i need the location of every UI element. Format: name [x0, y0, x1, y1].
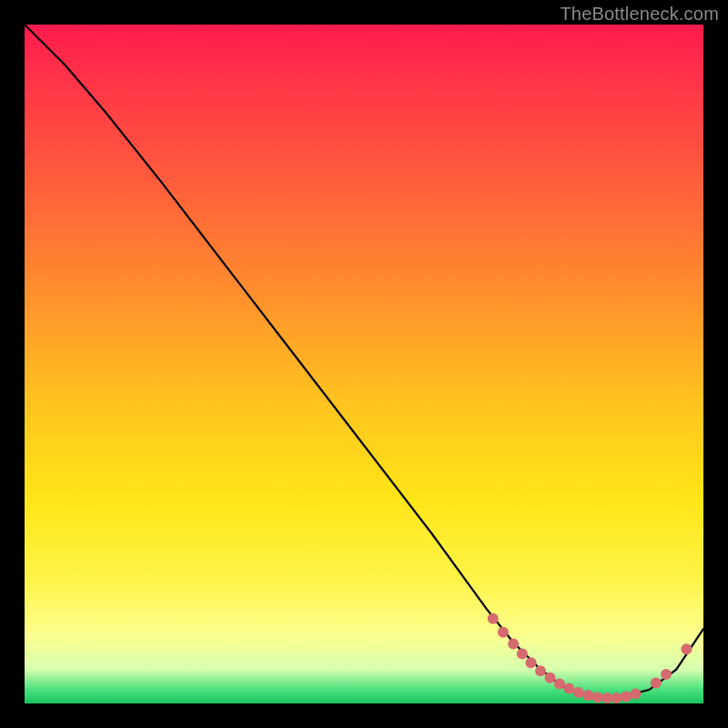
marker-dot — [651, 678, 662, 689]
marker-dot — [488, 613, 499, 624]
marker-dot — [612, 693, 622, 703]
marker-dot — [661, 669, 672, 680]
marker-dot — [554, 678, 565, 689]
marker-dot — [526, 657, 537, 668]
marker-dot — [573, 687, 584, 698]
marker-dot — [508, 638, 519, 649]
marker-dot — [535, 665, 546, 676]
marker-dot — [563, 683, 574, 694]
marker-dot — [681, 643, 692, 654]
watermark-text: TheBottleneck.com — [560, 4, 719, 25]
chart-stage: TheBottleneck.com — [0, 0, 728, 728]
marker-dot — [592, 692, 603, 703]
marker-dot — [602, 693, 612, 703]
marker-dot — [621, 692, 632, 703]
marker-dot — [544, 672, 555, 683]
marker-dot — [517, 649, 528, 660]
plot-area — [25, 25, 703, 703]
marker-dot — [498, 627, 509, 638]
marker-dot — [630, 689, 641, 700]
chart-svg — [25, 25, 703, 703]
marker-dots — [488, 613, 693, 703]
curve-path — [25, 25, 703, 697]
marker-dot — [582, 690, 593, 701]
